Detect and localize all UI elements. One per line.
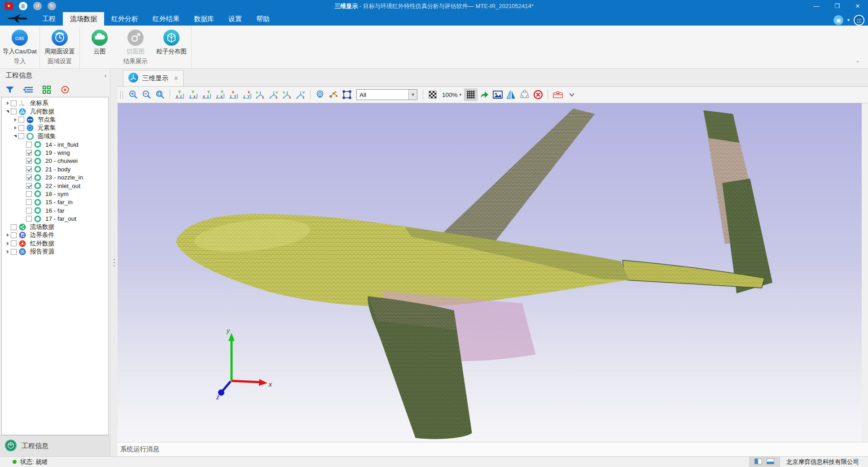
tree-checkbox[interactable] (11, 224, 17, 230)
box-select-icon[interactable] (340, 88, 354, 101)
minimize-button[interactable]: — (806, 0, 827, 12)
view-right-icon[interactable]: z x Y (213, 88, 227, 101)
app-badge-icon[interactable]: ✦ (4, 2, 13, 10)
tree-checkbox[interactable] (11, 249, 17, 255)
tree-item[interactable]: 流场数据 (2, 223, 108, 231)
viewport-3d[interactable]: x y z (118, 103, 868, 442)
tree-item[interactable]: 报告资源 (2, 248, 108, 256)
tree-checkbox[interactable] (26, 191, 32, 197)
tree-checkbox[interactable] (26, 183, 32, 189)
tree-item[interactable]: 14 - int_fluid (2, 140, 108, 148)
tree-item[interactable]: Yzx坐标系 (2, 99, 108, 107)
zoom-in-icon[interactable] (127, 88, 140, 101)
tree-checkbox[interactable] (26, 199, 32, 205)
menubar-caret-icon[interactable]: ▼ (846, 18, 850, 22)
zoom-fit-icon[interactable] (153, 88, 167, 101)
new-document-icon[interactable]: 🗎 (19, 2, 27, 10)
tree-checkbox[interactable] (11, 232, 17, 238)
sidebar-footer[interactable]: 工程信息 (0, 435, 110, 456)
combobox-dropdown-icon[interactable]: ▼ (408, 90, 417, 100)
menu-item-[interactable]: 工程 (35, 12, 63, 26)
viewport-canvas[interactable]: x y z (118, 103, 862, 442)
tree-checkbox[interactable] (11, 100, 17, 106)
menu-item-active[interactable]: 流场数据 (63, 12, 104, 26)
view-left-icon[interactable]: x z Y (200, 88, 213, 101)
panel-layout-left-icon[interactable] (754, 458, 762, 466)
tree-expander-icon[interactable] (4, 233, 11, 237)
export-arrow-icon[interactable] (478, 88, 491, 101)
tree-item[interactable]: 22 - inlet_out (2, 182, 108, 190)
tree-item[interactable]: 16 - far (2, 206, 108, 214)
tree-expander-icon[interactable] (4, 242, 11, 245)
tree-item[interactable]: 19 - wing (2, 148, 108, 157)
tree-checkbox[interactable] (26, 150, 32, 156)
zoom-out-icon[interactable] (140, 88, 153, 101)
iso-view-2-icon[interactable]: Y x z (267, 88, 281, 101)
tree-checkbox[interactable] (18, 133, 24, 139)
view-top-icon[interactable]: z Y x (227, 88, 240, 101)
close-button[interactable]: ✕ (847, 0, 868, 12)
toolbar-grip[interactable] (120, 91, 123, 99)
ribbon-collapse-icon[interactable]: ⌃ (855, 60, 860, 66)
tree-expander-icon[interactable] (12, 126, 18, 130)
iso-view-3-icon[interactable]: Y x z (281, 88, 294, 101)
panel-layout-bottom-icon[interactable] (767, 458, 774, 466)
tree-item[interactable]: 15 - far_in (2, 198, 108, 206)
snapshot-icon[interactable] (491, 88, 504, 101)
tree-item[interactable]: 节点集 (2, 116, 108, 124)
tree-expander-icon[interactable] (12, 135, 18, 138)
tree-checkbox[interactable] (11, 240, 17, 246)
orbit-nodes-icon[interactable] (518, 88, 531, 101)
section-box-icon[interactable] (551, 88, 565, 101)
tree-checkbox[interactable] (26, 216, 32, 222)
tree-checkbox[interactable] (26, 175, 32, 180)
sidebar-collapse-icon[interactable]: ‹ (105, 72, 106, 79)
cloud-contour-button[interactable]: 云图 (83, 28, 117, 57)
filter-icon[interactable] (4, 84, 15, 95)
tree-item[interactable]: 17 - far_out (2, 214, 108, 223)
tree-expander-icon[interactable] (4, 101, 11, 105)
tree-expander-icon[interactable] (12, 118, 18, 122)
particle-distribution-button[interactable]: 粒子分布图 (154, 28, 189, 57)
menu-item-[interactable]: 帮助 (249, 12, 277, 26)
panel-splitter[interactable] (110, 69, 118, 456)
list-view-icon[interactable] (23, 84, 34, 95)
tree-checkbox[interactable] (18, 125, 24, 131)
tab-close-icon[interactable]: ✕ (174, 75, 179, 82)
redo-icon[interactable]: ↻ (48, 2, 56, 10)
tree-checkbox[interactable] (18, 117, 24, 122)
display-filter-combobox[interactable]: All▼ (356, 89, 417, 100)
mirror-view-icon[interactable] (504, 88, 518, 101)
camera-view-icon[interactable] (313, 88, 327, 101)
tree-item[interactable]: 元素集 (2, 124, 108, 132)
menu-item-[interactable]: 设置 (221, 12, 249, 26)
iso-view-1-icon[interactable]: Y x z (254, 88, 267, 101)
grid-view-icon[interactable] (41, 84, 52, 95)
tree-item[interactable]: 面域集 (2, 132, 108, 140)
particle-trace-icon[interactable] (327, 88, 340, 101)
tree-item[interactable]: 几何数据 (2, 107, 108, 115)
tree-item[interactable]: 21 - body (2, 165, 108, 173)
tree-item[interactable]: 红外数据 (2, 240, 108, 248)
tree-item[interactable]: 18 - sym (2, 190, 108, 198)
tree-checkbox[interactable] (26, 208, 32, 214)
iso-view-4-icon[interactable]: Y x z (294, 88, 307, 101)
tree-item[interactable]: 20 - chuiwei (2, 157, 108, 165)
tree-expander-icon[interactable] (4, 110, 11, 113)
view-bottom-icon[interactable]: z Y x (240, 88, 254, 101)
undo-icon[interactable]: ↺ (33, 2, 42, 10)
view-front-icon[interactable]: x z Y (173, 88, 186, 101)
tree-checkbox[interactable] (26, 142, 32, 148)
cas-import-button[interactable]: cas导入Cas/Dat (3, 28, 37, 57)
tree-checkbox[interactable] (26, 158, 32, 164)
tree-item[interactable]: 23 - nozzle_in (2, 174, 108, 182)
chevron-down-icon[interactable] (565, 88, 579, 101)
tree-expander-icon[interactable] (4, 250, 11, 253)
view-back-icon[interactable]: z x Y (186, 88, 200, 101)
menu-item-[interactable]: 红外分析 (104, 12, 145, 26)
tab-3d-display[interactable]: 三维显示 ✕ (123, 70, 184, 86)
style-toggle-icon[interactable]: ▣ (833, 15, 843, 25)
menu-item-[interactable]: 红外结果 (145, 12, 187, 26)
manual-icon[interactable]: ◫ (854, 15, 864, 26)
transparency-checker-icon[interactable] (426, 88, 439, 101)
